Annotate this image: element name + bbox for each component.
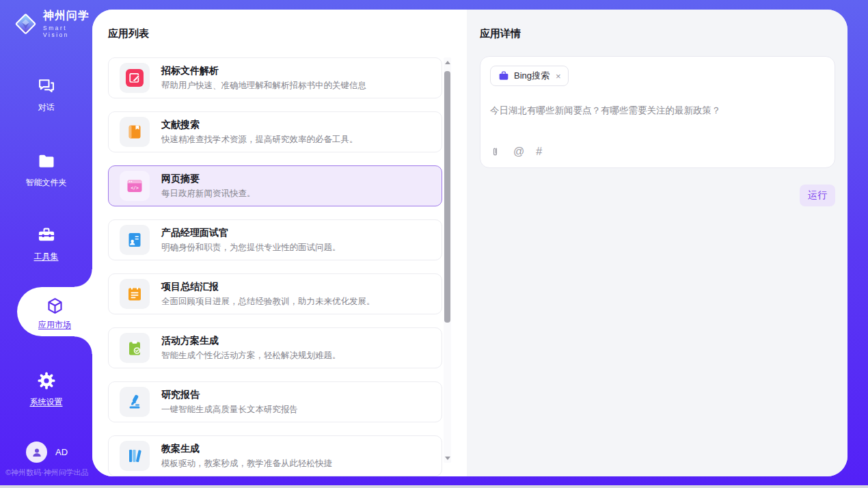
brand-name: 神州问学 (43, 9, 92, 23)
app-card-title: 产品经理面试官 (161, 227, 341, 239)
cube-icon (46, 297, 64, 315)
scrollbar-up-arrow[interactable] (444, 57, 451, 67)
sidebar-footer: ©神州数码·神州问学出品 (5, 467, 89, 478)
app-card-lesson-plan[interactable]: 教案生成 模板驱动，教案秒成，教学准备从此轻松快捷 (108, 435, 442, 476)
sidebar-item-label: 对话 (38, 103, 55, 112)
app-card-list: 招标文件解析 帮助用户快速、准确地理解和解析招标书中的关键信息 文献搜索 (108, 57, 442, 476)
user-initials: AD (55, 447, 68, 457)
app-card-title: 文献搜索 (161, 119, 358, 131)
toolbox-icon (37, 226, 56, 245)
sidebar-item-label: 智能文件夹 (26, 178, 67, 187)
chat-icon (37, 77, 56, 96)
app-card-event-plan[interactable]: 活动方案生成 智能生成个性化活动方案，轻松解决规划难题。 (108, 327, 442, 368)
composer-toolbar: @ # (491, 146, 542, 158)
close-icon[interactable]: × (556, 72, 561, 81)
app-card-desc: 每日政府新闻资讯快查。 (161, 188, 256, 200)
hash-icon[interactable]: # (536, 146, 542, 158)
resume-icon (120, 225, 150, 255)
run-button[interactable]: 运行 (800, 185, 835, 206)
paperclip-icon[interactable] (491, 146, 502, 158)
blob-fillet-bottom (74, 336, 92, 354)
microscope-icon (120, 387, 150, 417)
user-account[interactable]: AD (26, 442, 68, 463)
app-card-title: 研究报告 (161, 389, 298, 401)
book-icon (120, 117, 150, 147)
sidebar: 神州问学 Smart Vision 对话 智能文件夹 (0, 0, 92, 488)
app-card-desc: 明确身份和职责，为您提供专业性的面试问题。 (161, 242, 341, 254)
blob-fillet-top (74, 269, 92, 287)
sidebar-item-settings[interactable]: 系统设置 (0, 371, 92, 408)
at-icon[interactable]: @ (513, 146, 524, 158)
app-card-literature-search[interactable]: 文献搜索 快速精准查找学术资源，提高研究效率的必备工具。 (108, 111, 442, 152)
app-card-title: 项目总结汇报 (161, 281, 375, 293)
app-card-web-summary[interactable]: </> 网页摘要 每日政府新闻资讯快查。 (108, 165, 442, 206)
scrollbar-down-arrow[interactable] (444, 453, 451, 463)
app-card-desc: 模板驱动，教案秒成，教学准备从此轻松快捷 (161, 458, 332, 470)
app-card-title: 网页摘要 (161, 173, 256, 185)
person-icon (31, 446, 43, 459)
query-text[interactable]: 今日湖北有哪些新闻要点？有哪些需要关注的最新政策？ (490, 104, 825, 118)
sidebar-item-label: 工具集 (34, 252, 59, 261)
sidebar-item-smart-folder[interactable]: 智能文件夹 (0, 152, 92, 189)
app-list-pane: 应用列表 招标文件解析 帮助用户快速、准确地理解和解析招标书中的关键信息 (92, 10, 467, 476)
app-detail-title: 应用详情 (480, 27, 521, 40)
composer-card[interactable]: Bing搜索 × 今日湖北有哪些新闻要点？有哪些需要关注的最新政策？ @ # (480, 56, 835, 168)
edit-document-icon (120, 63, 150, 93)
clipboard-check-icon (120, 333, 150, 363)
sidebar-item-chat[interactable]: 对话 (0, 77, 92, 113)
brand-subtitle: Smart Vision (43, 25, 92, 38)
app-card-desc: 快速精准查找学术资源，提高研究效率的必备工具。 (161, 134, 358, 146)
gear-icon (37, 371, 56, 390)
folder-icon (37, 152, 56, 171)
app-card-project-summary[interactable]: 项目总结汇报 全面回顾项目进展，总结经验教训，助力未来优化发展。 (108, 273, 442, 314)
app-card-research-report[interactable]: 研究报告 一键智能生成高质量长文本研究报告 (108, 381, 442, 422)
scrollbar-thumb[interactable] (444, 71, 450, 323)
avatar (26, 442, 47, 463)
sidebar-item-toolbox[interactable]: 工具集 (0, 226, 92, 262)
app-card-title: 活动方案生成 (161, 335, 341, 347)
app-card-title: 招标文件解析 (161, 65, 366, 77)
svg-text:</>: </> (131, 185, 139, 191)
books-icon (120, 441, 150, 471)
sidebar-item-label: 应用市场 (38, 320, 71, 329)
app-window: 神州问学 Smart Vision 对话 智能文件夹 (0, 0, 868, 488)
calendar-note-icon (120, 279, 150, 309)
app-card-desc: 全面回顾项目进展，总结经验教训，助力未来优化发展。 (161, 296, 375, 308)
app-card-desc: 智能生成个性化活动方案，轻松解决规划难题。 (161, 350, 341, 362)
brand-logo: 神州问学 Smart Vision (14, 9, 92, 38)
sidebar-item-label: 系统设置 (30, 397, 63, 407)
app-detail-pane: 应用详情 Bing搜索 × 今日湖北有哪些新闻要点？有哪些需要关注的最新政策？ (467, 10, 847, 476)
bottom-edge-strip (0, 485, 868, 488)
briefcase-icon (498, 70, 509, 81)
app-card-desc: 一键智能生成高质量长文本研究报告 (161, 404, 298, 416)
content-area: 应用列表 招标文件解析 帮助用户快速、准确地理解和解析招标书中的关键信息 (92, 10, 847, 476)
app-card-bid-analysis[interactable]: 招标文件解析 帮助用户快速、准确地理解和解析招标书中的关键信息 (108, 57, 442, 98)
tool-tag-bing-search[interactable]: Bing搜索 × (490, 66, 569, 86)
tool-tag-label: Bing搜索 (514, 70, 550, 82)
sidebar-item-app-market[interactable]: 应用市场 (17, 287, 92, 336)
app-card-pm-interviewer[interactable]: 产品经理面试官 明确身份和职责，为您提供专业性的面试问题。 (108, 219, 442, 260)
app-card-desc: 帮助用户快速、准确地理解和解析招标书中的关键信息 (161, 80, 366, 92)
app-list-scrollbar[interactable] (444, 57, 451, 463)
browser-code-icon: </> (120, 171, 150, 201)
brand-diamond-icon (14, 11, 38, 37)
app-list-title: 应用列表 (108, 27, 149, 40)
app-card-title: 教案生成 (161, 443, 332, 455)
